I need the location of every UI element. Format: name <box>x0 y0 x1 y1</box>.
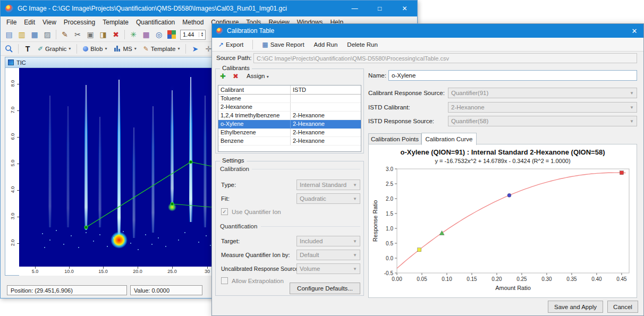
dialog-title: Calibration Table <box>227 27 274 35</box>
configure-defaults-button[interactable]: Configure Defaults... <box>290 283 360 294</box>
blob-tool-label: Blob <box>90 46 103 52</box>
cancel-button[interactable]: Cancel <box>607 301 638 313</box>
delete-icon[interactable]: ✖ <box>110 29 122 40</box>
graphic-tool-icon: ✐ <box>38 45 43 53</box>
fit-label: Fit: <box>221 195 230 202</box>
search-icon[interactable]: ◎ <box>153 29 165 40</box>
text-tool[interactable]: T <box>22 43 33 55</box>
menu-view[interactable]: View <box>39 18 60 27</box>
paste-icon[interactable]: ◨ <box>97 29 109 40</box>
istd-calibrant-select: 2-Hexanone ▼ <box>448 102 637 113</box>
calibration-curve-chart: 0.000.050.100.150.200.250.300.350.400.45… <box>370 167 636 297</box>
calibrant-cell: 1,2,4 trimethylbenzene <box>218 112 291 119</box>
ms-tool-label: MS <box>123 46 132 52</box>
graphic-tool[interactable]: ✐Graphic▾ <box>35 44 73 54</box>
palette-icon[interactable] <box>166 29 177 40</box>
menu-file[interactable]: File <box>3 18 20 27</box>
istd-calibrant-label: ISTD Calibrant: <box>368 104 410 110</box>
export-button[interactable]: ↗ Export <box>216 40 245 49</box>
istd-cell: 2-Hexanone <box>291 137 361 145</box>
uncalibrated-response-label: Uncalibrated Response Source: <box>221 266 300 272</box>
table-row-1-2-4-trimethylbenzene[interactable]: 1,2,4 trimethylbenzene2-Hexanone <box>218 112 361 120</box>
app-icon <box>5 5 13 13</box>
fit-select: Quadratic ▼ <box>296 193 360 204</box>
svg-text:0.5: 0.5 <box>386 241 393 246</box>
template-tool[interactable]: ✎Template▾ <box>141 44 183 54</box>
svg-text:0.30: 0.30 <box>541 276 552 282</box>
blob-tool[interactable]: Blob▾ <box>80 45 109 53</box>
name-label: Name: <box>368 72 386 79</box>
open-icon[interactable]: ▥ <box>16 29 28 40</box>
istd-cell: 2-Hexanone <box>291 129 361 136</box>
tic-panel-icon <box>8 59 14 65</box>
toolbar-separator <box>252 40 253 49</box>
ms-tool[interactable]: MS▾ <box>111 44 139 54</box>
add-run-button[interactable]: Add Run <box>312 40 340 49</box>
dialog-close-icon[interactable]: ✕ <box>625 24 643 38</box>
source-path-label: Source Path: <box>216 55 251 61</box>
istd-cell <box>291 95 361 103</box>
minimize-button[interactable]: — <box>342 1 367 16</box>
calibration-table-dialog: Calibration Table ✕ ↗ Export ▦ Save Repo… <box>211 23 644 316</box>
chevron-down-icon: ▾ <box>177 46 180 51</box>
svg-text:2.0: 2.0 <box>386 196 393 202</box>
istd-cell: 2-Hexanone <box>291 120 361 128</box>
chevron-down-icon: ▾ <box>69 46 71 51</box>
table-header: CalibrantISTD <box>218 86 361 95</box>
chevron-down-icon: ▾ <box>267 74 269 79</box>
column-header-istd[interactable]: ISTD <box>291 86 361 94</box>
close-button[interactable]: ✕ <box>392 1 417 16</box>
assign-button[interactable]: Assign ▾ <box>247 73 269 79</box>
tab-calibration-curve[interactable]: Calibration Curve <box>421 133 477 145</box>
add-calibrant-icon[interactable]: ✚ <box>220 72 226 80</box>
menu-method[interactable]: Method <box>179 18 207 27</box>
svg-text:Response Ratio: Response Ratio <box>372 200 378 242</box>
calibrant-cell: Ethylbenzene <box>218 129 291 136</box>
svg-text:1.0: 1.0 <box>386 226 393 232</box>
print-icon[interactable]: ▨ <box>41 29 53 40</box>
table-row-toluene[interactable]: Toluene <box>218 95 361 103</box>
table-row-benzene[interactable]: Benzene2-Hexanone <box>218 137 361 146</box>
chevron-down-icon: ▼ <box>350 239 357 244</box>
grid-icon[interactable]: ▦ <box>140 29 152 40</box>
menu-edit[interactable]: Edit <box>20 18 39 27</box>
toolbar-separator <box>18 44 19 54</box>
magnifier-icon[interactable] <box>3 43 15 55</box>
menu-template[interactable]: Template <box>99 18 132 27</box>
blob-icon <box>83 46 88 52</box>
calibrant-cell: Benzene <box>218 137 291 145</box>
cut-icon[interactable]: ✂ <box>72 29 83 40</box>
y-tick-label: 2.0 <box>10 236 15 249</box>
save-and-apply-button[interactable]: Save and Apply <box>548 301 603 313</box>
position-readout: Position: (29.451,6.906) <box>7 285 127 295</box>
save-report-button[interactable]: ▦ Save Report <box>260 40 306 49</box>
new-image-icon[interactable]: ▤ <box>3 29 15 40</box>
tab-calibration-points[interactable]: Calibration Points <box>368 133 421 144</box>
column-header-calibrant[interactable]: Calibrant <box>218 86 291 94</box>
svg-text:-0.5: -0.5 <box>384 270 394 276</box>
chart-equation: y = -16.7532x^2 + 14.6789x - 0.3424 (R^2… <box>369 158 637 164</box>
table-row-2-hexanone[interactable]: 2-Hexanone <box>218 103 361 112</box>
chevron-down-icon: ▼ <box>350 267 357 271</box>
pen-icon[interactable]: ✎ <box>59 29 71 40</box>
marks-icon[interactable]: ✳ <box>128 29 139 40</box>
delete-run-button[interactable]: Delete Run <box>345 40 380 49</box>
y-tick-label: 3.0 <box>10 210 15 223</box>
y-tick-label: 8.0 <box>10 77 15 90</box>
maximize-button[interactable]: □ <box>367 1 392 16</box>
save-icon[interactable]: ▦ <box>29 29 40 40</box>
svg-text:0.25: 0.25 <box>516 276 527 282</box>
chevron-down-icon: ▼ <box>350 197 357 201</box>
allow-extrapolation-checkbox <box>221 277 228 284</box>
tic-panel-title: TIC <box>16 59 26 66</box>
name-input[interactable] <box>388 70 637 81</box>
zoom-level[interactable]: 1.44▲▼ <box>180 30 206 40</box>
remove-calibrant-icon[interactable]: ✖ <box>233 72 239 80</box>
value-readout: Value: 0.0000 <box>130 285 202 295</box>
menu-processing[interactable]: Processing <box>60 18 99 27</box>
table-row-o-xylene[interactable]: o-Xylene2-Hexanone <box>218 120 361 129</box>
menu-quantification[interactable]: Quantification <box>132 18 179 27</box>
table-row-ethylbenzene[interactable]: Ethylbenzene2-Hexanone <box>218 129 361 137</box>
arrow-tool-icon[interactable]: ➤ <box>189 43 201 55</box>
copy-icon[interactable]: ▣ <box>84 29 96 40</box>
